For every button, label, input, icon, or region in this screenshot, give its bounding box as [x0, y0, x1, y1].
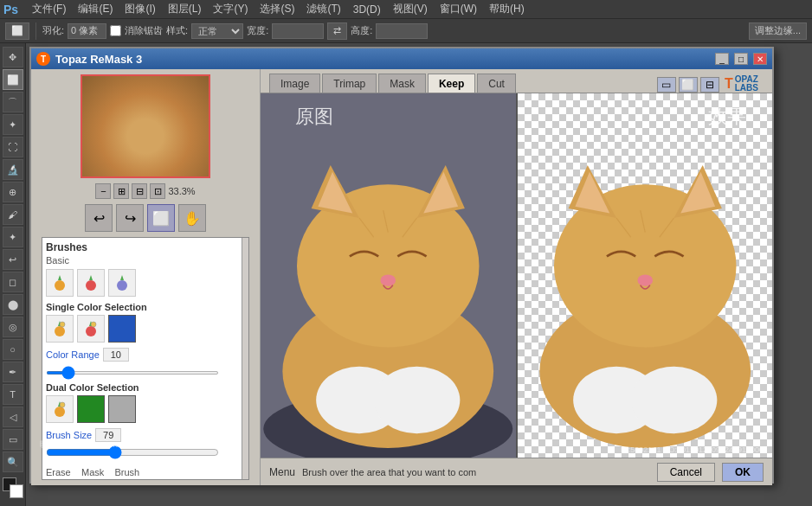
path-tool[interactable]: ◁: [3, 407, 23, 427]
plugin-content: − ⊞ ⊟ ⊡ 33.3% ↩ ↪ ⬜ ✋ Br: [31, 69, 772, 485]
menu-help[interactable]: 帮助(H): [484, 0, 530, 18]
color-range-slider[interactable]: [46, 371, 219, 375]
menu-file[interactable]: 文件(F): [27, 0, 71, 18]
style-select[interactable]: 正常: [191, 23, 243, 39]
select-rect-btn[interactable]: ⬜: [147, 204, 175, 232]
effect-panel: 效果: [518, 93, 773, 458]
original-cat-bg: [261, 93, 516, 458]
view-area: 原图: [261, 93, 772, 458]
move-tool[interactable]: ✥: [3, 47, 23, 67]
restore-btn[interactable]: □: [734, 53, 748, 65]
width-label: 宽度:: [247, 24, 268, 37]
wand-tool[interactable]: ✦: [3, 114, 23, 135]
stamp-tool[interactable]: ✦: [3, 227, 23, 247]
brush-smart-icon[interactable]: [108, 269, 136, 297]
right-panel: Image Trimap Mask Keep Cut ▭ ⬜ ⊟: [261, 69, 772, 485]
minimize-btn[interactable]: _: [715, 53, 729, 65]
color-range-label: Color Range: [46, 349, 100, 360]
menu-filter[interactable]: 滤镜(T): [301, 0, 345, 18]
dc-keep-brush[interactable]: [46, 395, 74, 423]
zoom-out-btn[interactable]: −: [95, 183, 111, 199]
eraser-tool[interactable]: ◻: [3, 272, 23, 292]
zoom-grid-btn[interactable]: ⊟: [132, 183, 147, 199]
single-color-label: Single Color Selection: [46, 302, 245, 312]
zoom-controls: − ⊞ ⊟ ⊡ 33.3%: [95, 183, 195, 199]
tab-keep[interactable]: Keep: [428, 74, 475, 93]
hand-tool-btn[interactable]: ✋: [178, 204, 206, 232]
tab-mask[interactable]: Mask: [378, 74, 426, 93]
ok-button[interactable]: OK: [722, 463, 764, 482]
sc-cut-brush[interactable]: [77, 315, 105, 343]
menu-text[interactable]: 文字(Y): [208, 0, 253, 18]
bottom-bar: Menu Brush over the area that you want t…: [261, 458, 772, 485]
single-color-swatch[interactable]: [108, 315, 136, 343]
color-swatch[interactable]: [3, 477, 23, 498]
pen-tool[interactable]: ✒: [3, 362, 23, 382]
svg-point-4: [60, 322, 65, 327]
marquee-tool-btn[interactable]: ⬜: [5, 22, 29, 40]
basic-brush-row: [46, 269, 245, 297]
lasso-tool[interactable]: ⌒: [3, 92, 23, 112]
view-dual-btn[interactable]: ⊟: [700, 77, 719, 93]
close-btn[interactable]: ✕: [753, 53, 767, 65]
history-brush-tool[interactable]: ↩: [3, 249, 23, 270]
svg-point-31: [630, 367, 717, 434]
left-panel: − ⊞ ⊟ ⊡ 33.3% ↩ ↪ ⬜ ✋ Br: [31, 69, 261, 485]
view-single-btn[interactable]: ▭: [657, 77, 676, 93]
brush-tool[interactable]: 🖌: [3, 204, 23, 225]
ps-left-toolbar: ✥ ⬜ ⌒ ✦ ⛶ 🔬 ⊕ 🖌 ✦ ↩ ◻ ⬤ ◎ ○ ✒ T ◁ ▭ 🔍: [0, 43, 26, 506]
background-color[interactable]: [10, 484, 23, 498]
dual-color-swatch-1[interactable]: [77, 395, 105, 423]
cancel-button[interactable]: Cancel: [657, 463, 715, 482]
heal-tool[interactable]: ⊕: [3, 182, 23, 202]
feather-input[interactable]: [68, 23, 106, 39]
brushes-scrollbar[interactable]: [242, 238, 248, 479]
shape-tool[interactable]: ▭: [3, 429, 23, 450]
view-split-btn[interactable]: ⬜: [679, 77, 698, 93]
blur-tool[interactable]: ◎: [3, 317, 23, 337]
menu-layer[interactable]: 图层(L): [163, 0, 207, 18]
redo-btn[interactable]: ↪: [116, 204, 144, 232]
eyedropper-tool[interactable]: 🔬: [3, 159, 23, 180]
height-label: 高度:: [351, 24, 372, 37]
zoom-value: 33.3%: [168, 186, 195, 196]
menu-3d[interactable]: 3D(D): [348, 2, 386, 17]
crop-tool[interactable]: ⛶: [3, 137, 23, 157]
svg-point-6: [91, 322, 96, 327]
dodge-tool[interactable]: ○: [3, 339, 23, 360]
width-input[interactable]: [272, 23, 324, 39]
brush-cut-icon[interactable]: [77, 269, 105, 297]
id-label: ID:5092141 NO:20150125095244916000: [621, 445, 764, 454]
menu-edit[interactable]: 编辑(E): [73, 0, 118, 18]
zoom-actual-btn[interactable]: ⊡: [150, 183, 165, 199]
text-tool[interactable]: T: [3, 384, 23, 405]
tab-trimap[interactable]: Trimap: [322, 74, 377, 93]
brush-keep-icon[interactable]: [46, 269, 74, 297]
tab-cut[interactable]: Cut: [477, 74, 516, 93]
bottom-menu-link[interactable]: Menu: [269, 466, 295, 478]
swap-btn[interactable]: ⇄: [327, 22, 347, 40]
height-input[interactable]: [376, 23, 428, 39]
menu-window[interactable]: 窗口(W): [435, 0, 482, 18]
original-cat-svg: [261, 93, 516, 458]
dual-color-brush-row: [46, 395, 245, 423]
tab-image[interactable]: Image: [269, 74, 320, 93]
erase-label: Erase: [46, 467, 71, 477]
menu-image[interactable]: 图像(I): [119, 0, 160, 18]
ps-options-toolbar: ⬜ 羽化: 消除锯齿 样式: 正常 宽度: ⇄ 高度: 调整边缘...: [0, 19, 812, 43]
menu-select[interactable]: 选择(S): [255, 0, 300, 18]
dual-color-swatch-2[interactable]: [108, 395, 136, 423]
tools-row: ↩ ↪ ⬜ ✋: [85, 204, 206, 232]
zoom-tool[interactable]: 🔍: [3, 452, 23, 472]
adjust-edge-btn[interactable]: 调整边缘...: [749, 22, 807, 40]
erase-alias-checkbox[interactable]: [110, 25, 121, 36]
svg-point-17: [380, 274, 396, 285]
tab-bar: Image Trimap Mask Keep Cut ▭ ⬜ ⊟: [261, 69, 772, 93]
zoom-fit-btn[interactable]: ⊞: [113, 183, 129, 199]
fill-tool[interactable]: ⬤: [3, 294, 23, 315]
marquee-tool[interactable]: ⬜: [3, 69, 23, 90]
menu-view[interactable]: 视图(V): [388, 0, 433, 18]
sc-keep-brush[interactable]: [46, 315, 74, 343]
undo-btn[interactable]: ↩: [85, 204, 113, 232]
feather-label: 羽化:: [42, 24, 64, 37]
